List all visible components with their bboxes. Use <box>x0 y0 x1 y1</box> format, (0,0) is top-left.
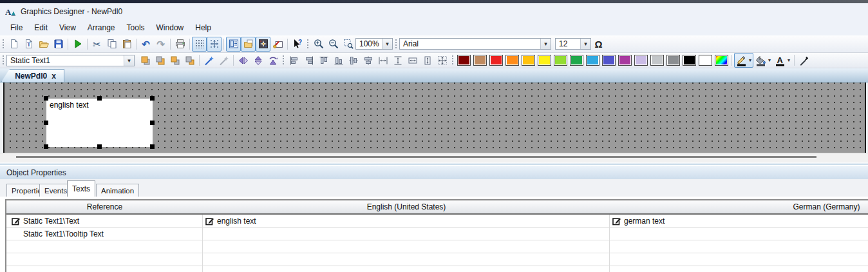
cell-english[interactable] <box>203 240 610 253</box>
drawing-canvas[interactable]: english text <box>3 83 866 153</box>
toolbar-grip[interactable] <box>282 55 285 66</box>
cell-english[interactable] <box>203 253 610 266</box>
tab-animation[interactable]: Animation <box>96 184 139 197</box>
menu-tools[interactable]: Tools <box>121 22 151 34</box>
toolbar-grip[interactable] <box>307 39 309 50</box>
font-size-combobox[interactable]: 12▾ <box>555 38 591 50</box>
selection-handle-top-left[interactable] <box>44 96 48 101</box>
selection-handle-middle-left[interactable] <box>44 121 48 125</box>
pen-sparkle-inactive-button[interactable] <box>216 53 231 68</box>
toolbar-grip[interactable] <box>2 55 5 66</box>
menu-help[interactable]: Help <box>189 22 217 34</box>
tab-newpdl0[interactable]: NewPdl0 x <box>1 69 64 82</box>
new-from-template-button[interactable]: T <box>21 37 36 52</box>
selected-object-combobox[interactable]: Static Text1▾ <box>6 55 135 66</box>
cut-button[interactable]: ✂ <box>90 37 104 52</box>
selection-handle-top-middle[interactable] <box>97 96 102 101</box>
bring-to-front-button[interactable] <box>138 53 153 68</box>
snap-to-grid-button[interactable] <box>207 37 222 52</box>
same-height-button[interactable] <box>420 53 435 68</box>
line-color-button[interactable]: ▾ <box>734 53 753 68</box>
color-picker-button[interactable] <box>797 53 811 68</box>
menu-edit[interactable]: Edit <box>28 22 53 34</box>
color-swatch-gold[interactable] <box>522 55 535 66</box>
chevron-down-icon[interactable]: ▾ <box>382 39 392 49</box>
copy-button[interactable] <box>104 37 119 52</box>
rotate-button[interactable] <box>265 53 280 68</box>
undo-button[interactable]: ↶ <box>138 37 153 52</box>
table-row[interactable] <box>6 253 868 266</box>
send-backward-button[interactable] <box>182 53 197 68</box>
redo-button[interactable]: ↷ <box>153 37 168 52</box>
tab-texts[interactable]: Texts <box>67 180 95 197</box>
color-swatch-sky-blue[interactable] <box>586 55 599 66</box>
selection-handle-top-right[interactable] <box>150 96 155 101</box>
font-family-combobox[interactable]: Arial▾ <box>399 38 551 50</box>
new-button[interactable] <box>6 37 21 52</box>
print-button[interactable] <box>173 37 187 52</box>
fill-color-button[interactable]: ▾ <box>753 53 773 68</box>
save-button[interactable] <box>51 37 66 52</box>
font-color-button[interactable]: A▾ <box>773 53 792 68</box>
close-icon[interactable]: x <box>52 72 56 81</box>
menu-arrange[interactable]: Arrange <box>82 22 121 34</box>
toolbar-grip[interactable] <box>395 39 397 50</box>
paste-button[interactable] <box>119 37 134 52</box>
pen-sparkle-button[interactable] <box>202 53 216 68</box>
help-mode-button[interactable]: ? <box>290 37 305 52</box>
color-swatch-green[interactable] <box>570 55 583 66</box>
color-swatch-yellow[interactable] <box>538 55 551 66</box>
color-swatch-silver[interactable] <box>650 55 664 66</box>
space-vertically-button[interactable] <box>390 53 405 68</box>
cell-english[interactable] <box>203 266 610 272</box>
menu-file[interactable]: File <box>5 22 28 34</box>
grid-toggle-button[interactable] <box>192 37 207 52</box>
chevron-down-icon[interactable]: ▾ <box>124 55 134 66</box>
special-characters-button[interactable]: Ω <box>591 37 606 52</box>
flip-horizontal-button[interactable] <box>236 53 250 68</box>
color-swatch-blue[interactable] <box>602 55 616 66</box>
zoom-window-button[interactable] <box>341 37 355 52</box>
selection-handle-bottom-middle[interactable] <box>97 144 102 149</box>
toolbar-grip[interactable] <box>451 55 454 66</box>
menu-window[interactable]: Window <box>151 22 190 34</box>
center-horizontally-button[interactable] <box>361 53 375 68</box>
color-swatch-gray[interactable] <box>666 55 680 66</box>
color-swatch-red[interactable] <box>489 55 503 66</box>
scrollbar-thumb[interactable] <box>16 156 816 158</box>
send-to-back-button[interactable] <box>153 53 167 68</box>
cell-german[interactable] <box>610 228 868 240</box>
cell-german[interactable] <box>610 266 868 272</box>
cell-english[interactable] <box>203 228 610 240</box>
table-row[interactable] <box>6 266 868 272</box>
zoom-level-combobox[interactable]: 100%▾ <box>355 38 393 50</box>
table-row[interactable] <box>6 240 868 253</box>
cell-reference[interactable] <box>6 266 203 272</box>
center-vertically-button[interactable] <box>346 53 361 68</box>
cell-reference[interactable]: Static Text1\Tooltip Text <box>6 228 203 240</box>
open-button[interactable] <box>36 37 51 52</box>
color-swatch-black[interactable] <box>683 55 696 66</box>
align-right-button[interactable] <box>301 53 316 68</box>
chevron-down-icon[interactable]: ▾ <box>768 57 771 63</box>
cell-reference[interactable]: Static Text1\Text <box>6 215 203 227</box>
flip-vertical-button[interactable] <box>250 53 265 68</box>
cell-reference[interactable] <box>6 253 203 266</box>
cell-reference[interactable] <box>6 240 203 253</box>
cell-german[interactable] <box>610 240 868 253</box>
activate-runtime-button[interactable] <box>70 37 85 52</box>
space-horizontally-button[interactable] <box>375 53 390 68</box>
zoom-in-button[interactable] <box>311 37 326 52</box>
same-size-button[interactable] <box>435 53 449 68</box>
color-swatch-white[interactable] <box>699 55 712 66</box>
color-swatch-dark-red[interactable] <box>457 55 471 66</box>
zoom-out-button[interactable] <box>326 37 341 52</box>
color-swatch-yellow-green[interactable] <box>554 55 567 66</box>
selection-handle-bottom-left[interactable] <box>44 144 48 149</box>
chevron-down-icon[interactable]: ▾ <box>580 39 590 49</box>
cell-german[interactable]: german text <box>610 215 868 227</box>
bring-forward-button[interactable] <box>167 53 182 68</box>
color-swatch-brown[interactable] <box>473 55 487 66</box>
styles-palette-button[interactable] <box>241 37 256 52</box>
align-bottom-button[interactable] <box>331 53 346 68</box>
